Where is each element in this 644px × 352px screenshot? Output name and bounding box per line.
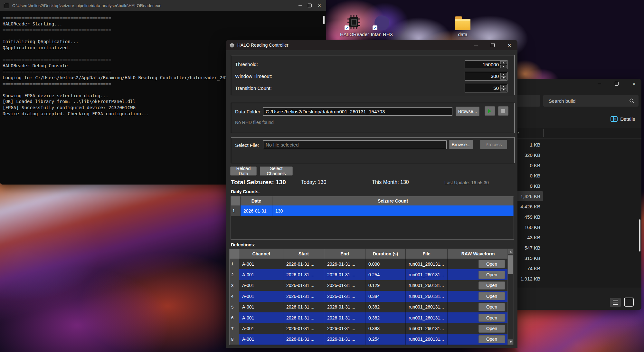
start-cell[interactable]: 2026-01-31 ... <box>283 280 324 291</box>
file-row[interactable]: 320 KB <box>502 150 641 160</box>
open-waveform-button[interactable]: Open <box>478 303 505 311</box>
channel-cell[interactable]: A-001 <box>239 312 283 323</box>
file-row[interactable]: 1,912 KB <box>502 273 641 284</box>
data-folder-browse-button[interactable]: Browse... <box>456 107 479 116</box>
channel-cell[interactable]: A-001 <box>239 334 283 345</box>
explorer-maximize-button[interactable] <box>612 80 621 87</box>
desktop-icon-data-folder[interactable]: data <box>449 14 477 37</box>
detection-row[interactable]: 4 A-001 2026-01-31 ... 2026-01-31 ... 0.… <box>230 291 508 301</box>
daily-count-row[interactable]: 1 2026-01-31 130 <box>231 205 514 216</box>
file-cell[interactable]: run001_260131... <box>406 291 448 301</box>
start-cell[interactable]: 2026-01-31 ... <box>283 323 324 334</box>
start-cell[interactable]: 2026-01-31 ... <box>283 312 324 323</box>
duration-cell[interactable]: 0.384 <box>365 291 406 301</box>
scrollbar-thumb[interactable] <box>508 255 513 274</box>
desktop-icon-intan-rhx[interactable]: ↗ Intan RHX <box>368 14 396 37</box>
console-scrollbar-thumb[interactable] <box>323 16 325 24</box>
date-column-header[interactable]: Date <box>241 196 272 205</box>
end-cell[interactable]: 2026-01-31 ... <box>324 269 365 280</box>
select-file-input[interactable]: No file selected <box>263 140 447 149</box>
stop-watch-button[interactable] <box>498 106 508 116</box>
channel-cell[interactable]: A-001 <box>239 291 283 301</box>
reload-data-button[interactable]: Reload Data <box>230 166 257 176</box>
start-watch-button[interactable] <box>485 106 495 116</box>
channel-cell[interactable]: A-001 <box>239 259 283 269</box>
duration-cell[interactable]: 0.382 <box>365 312 406 323</box>
channel-cell[interactable]: A-001 <box>239 323 283 334</box>
process-button[interactable]: Process <box>480 140 507 149</box>
end-cell[interactable]: 2026-01-31 ... <box>324 302 365 312</box>
duration-cell[interactable]: 0.254 <box>365 334 406 345</box>
date-cell[interactable]: 2026-01-31 <box>241 205 272 216</box>
detection-row[interactable]: 5 A-001 2026-01-31 ... 2026-01-31 ... 0.… <box>230 302 508 312</box>
spin-up-button[interactable] <box>500 85 507 88</box>
explorer-scrollbar-thumb[interactable] <box>639 219 640 252</box>
dialog-close-button[interactable]: ✕ <box>505 42 514 49</box>
window-timeout-spinbox[interactable]: 300 <box>465 72 507 81</box>
detection-row[interactable]: 1 A-001 2026-01-31 ... 2026-01-31 ... 0.… <box>230 259 508 269</box>
file-cell[interactable]: run001_260131... <box>406 259 448 269</box>
duration-cell[interactable]: 0.000 <box>365 259 406 269</box>
detection-row[interactable]: 3 A-001 2026-01-31 ... 2026-01-31 ... 0.… <box>230 280 508 291</box>
console-maximize-button[interactable] <box>305 2 315 9</box>
start-cell[interactable]: 2026-01-31 ... <box>283 334 324 345</box>
end-cell[interactable]: 2026-01-31 ... <box>324 291 365 301</box>
open-waveform-button[interactable]: Open <box>478 314 505 322</box>
file-row[interactable]: 1 KB <box>502 139 641 150</box>
duration-cell[interactable]: 0.254 <box>365 269 406 280</box>
spin-down-button[interactable] <box>500 76 507 80</box>
transition-count-value[interactable]: 50 <box>493 85 499 91</box>
detection-row[interactable]: 6 A-001 2026-01-31 ... 2026-01-31 ... 0.… <box>230 312 508 323</box>
search-input[interactable]: Search build <box>549 98 629 104</box>
open-waveform-button[interactable]: Open <box>478 260 505 268</box>
threshold-value[interactable]: 150000 <box>483 62 499 67</box>
select-file-browse-button[interactable]: Browse... <box>449 140 473 149</box>
dialog-titlebar[interactable]: HALO Reading Controller ✕ <box>226 40 517 50</box>
file-cell[interactable]: run001_260131... <box>406 269 448 280</box>
duration-cell[interactable]: 0.129 <box>365 280 406 291</box>
file-row[interactable]: 459 KB <box>502 212 641 222</box>
explorer-column-header[interactable]: e <box>502 128 641 138</box>
end-cell[interactable]: 2026-01-31 ... <box>324 334 365 345</box>
window-timeout-value[interactable]: 300 <box>491 73 499 79</box>
console-titlebar[interactable]: C:\Users\helios2\Desktop\seizure_pipelin… <box>0 0 326 11</box>
open-waveform-button[interactable]: Open <box>478 292 505 300</box>
open-waveform-button[interactable]: Open <box>478 325 505 333</box>
start-column-header[interactable]: Start <box>283 249 324 259</box>
thumbnail-view-toggle[interactable] <box>624 298 634 307</box>
end-cell[interactable]: 2026-01-31 ... <box>324 312 365 323</box>
end-cell[interactable]: 2026-01-31 ... <box>324 280 365 291</box>
spin-down-button[interactable] <box>500 65 507 68</box>
daily-counts-table[interactable]: Date Seizure Count 1 2026-01-31 130 <box>231 196 514 240</box>
seizure-count-cell[interactable]: 130 <box>272 205 514 216</box>
start-cell[interactable]: 2026-01-31 ... <box>283 259 324 269</box>
file-row[interactable]: 74 KB <box>502 263 641 273</box>
detection-row[interactable]: 8 A-001 2026-01-31 ... 2026-01-31 ... 0.… <box>230 334 508 345</box>
channel-cell[interactable]: A-001 <box>239 269 283 280</box>
detection-row[interactable]: 7 A-001 2026-01-31 ... 2026-01-31 ... 0.… <box>230 323 508 334</box>
channel-cell[interactable]: A-001 <box>239 302 283 312</box>
dialog-minimize-button[interactable] <box>471 42 481 49</box>
file-row[interactable]: 315 KB <box>502 253 641 263</box>
explorer-minimize-button[interactable] <box>594 80 604 87</box>
threshold-spinbox[interactable]: 150000 <box>465 60 507 69</box>
spin-down-button[interactable] <box>500 88 507 91</box>
select-channels-button[interactable]: Select Channels <box>260 166 293 176</box>
explorer-search-box[interactable]: Search build <box>543 95 639 107</box>
open-waveform-button[interactable]: Open <box>478 335 505 343</box>
file-row[interactable]: 4,426 KB <box>502 201 641 212</box>
column-divider[interactable] <box>543 129 544 137</box>
file-cell[interactable]: run001_260131... <box>406 323 448 334</box>
file-row[interactable]: 160 KB <box>502 222 641 232</box>
channel-column-header[interactable]: Channel <box>239 249 283 259</box>
start-cell[interactable]: 2026-01-31 ... <box>283 302 324 312</box>
file-column-header[interactable]: File <box>406 249 448 259</box>
open-waveform-button[interactable]: Open <box>478 271 505 279</box>
detections-scrollbar[interactable] <box>507 249 514 345</box>
console-minimize-button[interactable] <box>295 2 305 9</box>
scroll-up-button[interactable] <box>508 249 513 254</box>
duration-column-header[interactable]: Duration (s) <box>365 249 406 259</box>
explorer-close-button[interactable]: ✕ <box>629 80 639 87</box>
file-row[interactable]: 0 KB <box>502 181 641 191</box>
raw-waveform-column-header[interactable]: RAW Waveform <box>448 249 508 259</box>
